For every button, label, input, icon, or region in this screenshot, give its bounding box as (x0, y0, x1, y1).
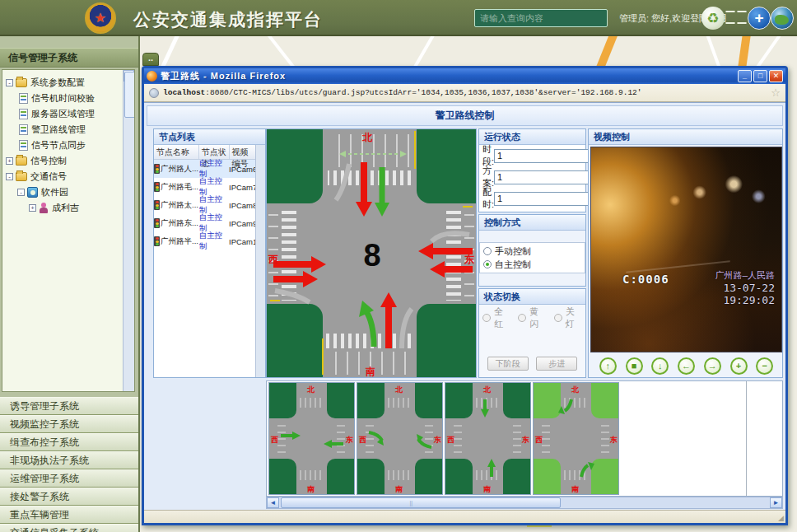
all-red-option[interactable]: 全红 (482, 311, 510, 324)
collapse-icon[interactable]: - (17, 189, 25, 196)
node-status-link[interactable]: 自主控制 (199, 231, 229, 252)
camera-id-overlay: C:0006 (622, 273, 669, 286)
camera-meta-overlay: 广州路—人民路 13-07-22 19:29:02 (715, 269, 775, 306)
tree-item-guard-route[interactable]: 警卫路线管理 (6, 122, 131, 138)
maximize-button[interactable]: □ (753, 70, 767, 82)
run-status-panel: 运行状态 时段: 方案: 配时: (478, 128, 586, 212)
col-video-id[interactable]: 视频编号 (230, 145, 256, 159)
ptz-right-button[interactable]: → (704, 357, 721, 375)
radio-icon[interactable] (482, 314, 491, 322)
police-badge-icon: ★ (85, 2, 116, 34)
page-icon (19, 93, 28, 104)
table-row[interactable]: 广州路太... 自主控制 IPCam8 (154, 196, 255, 214)
label-south: 南 (365, 366, 375, 377)
minimize-button[interactable]: _ (738, 70, 752, 82)
phase-thumb-ns-left[interactable]: 北 西 东 南 (533, 382, 619, 495)
sidebar-item-video-monitor[interactable]: 视频监控子系统 (0, 415, 138, 433)
expand-icon[interactable]: + (6, 157, 13, 165)
table-row[interactable]: 广州路东... 自主控制 IPCam9 (154, 214, 255, 232)
node-list-panel: 节点列表 节点名称 节点状态 视频编号 广州路人... 自主控制 IPCam6 … (153, 128, 266, 378)
horizontal-scrollbar[interactable]: ◄ ► (266, 497, 783, 509)
tree-scrollbar[interactable]: ▲ (123, 70, 134, 391)
collapse-icon[interactable]: - (6, 173, 13, 180)
sidebar-item-ops-management[interactable]: 运维管理子系统 (0, 469, 138, 488)
collapse-panel-tab[interactable]: .. (142, 53, 159, 66)
ptz-zoom-in-button[interactable]: + (730, 357, 748, 375)
tree-item-label: 服务器区域管理 (31, 108, 95, 120)
ptz-up-button[interactable]: ↑ (599, 357, 617, 375)
sidebar-item-traffic-collection[interactable]: 交通信息采集子系统 (0, 524, 138, 532)
ptz-down-button[interactable]: ↓ (651, 357, 669, 375)
apps-grid-cell (725, 11, 735, 12)
resize-grip[interactable]: ◢ (778, 514, 784, 522)
table-row[interactable]: 广州路毛... 自主控制 IPCam7 (154, 178, 255, 196)
phase-thumb-ew-straight[interactable]: 北 西 东 南 (268, 382, 355, 495)
collapse-icon[interactable]: - (6, 79, 13, 86)
tree-item-time-calibration[interactable]: 信号机时间校验 (6, 91, 131, 106)
node-name: 广州路毛... (161, 182, 198, 193)
expand-icon[interactable]: + (29, 204, 36, 212)
globe-icon[interactable] (771, 7, 794, 30)
refresh-icon[interactable]: ♻ (701, 7, 725, 30)
phase-thumb-ns-straight[interactable]: 北 西 东 南 (445, 382, 531, 495)
col-node-status[interactable]: 节点状态 (199, 145, 229, 159)
scrollbar-thumb[interactable] (124, 72, 135, 118)
tree-item-server-area[interactable]: 服务器区域管理 (6, 106, 131, 122)
control-mode-options: 手动控制 自主控制 (479, 242, 585, 273)
node-table-scrollbar[interactable] (255, 145, 265, 377)
sidebar-item-offsite-enforcement[interactable]: 非现场执法子系统 (0, 451, 138, 469)
apps-grid-cell (725, 22, 735, 24)
radio-icon[interactable] (518, 314, 526, 322)
apps-grid-icon[interactable] (725, 7, 748, 30)
person-icon (39, 203, 49, 213)
tree-item-signal-control[interactable]: + 信号控制 (6, 153, 131, 169)
tree-item-system-params[interactable]: - 系统参数配置 (6, 75, 131, 91)
radio-icon[interactable] (483, 247, 492, 255)
step-button[interactable]: 步进 (536, 357, 577, 371)
col-node-name[interactable]: 节点名称 (154, 145, 199, 159)
window-titlebar[interactable]: 警卫路线 - Mozilla Firefox _ □ ✕ (144, 68, 785, 84)
sidebar-item-alarm-handling[interactable]: 接处警子系统 (0, 488, 138, 506)
page-icon (19, 140, 28, 151)
page-content: 警卫路线控制 节点列表 节点名称 节点状态 视频编号 广州路人... 自主控制 … (144, 102, 785, 523)
camera-feed: C:0006 广州路—人民路 13-07-22 19:29:02 (590, 147, 782, 352)
yellow-flash-option[interactable]: 黄闪 (518, 311, 546, 324)
page-icon (19, 109, 28, 119)
ptz-left-button[interactable]: ← (678, 357, 695, 375)
node-name: 广州路半... (161, 236, 198, 247)
camera-location: 广州路—人民路 (715, 269, 775, 282)
scroll-left-icon[interactable]: ◄ (267, 497, 279, 508)
sidebar-item-key-vehicles[interactable]: 重点车辆管理 (0, 506, 138, 524)
controls-column: 运行状态 时段: 方案: 配时: 控制方式 (478, 128, 586, 378)
sidebar-item-investigation[interactable]: 缉查布控子系统 (0, 433, 138, 451)
ptz-zoom-out-button[interactable]: − (756, 357, 773, 375)
table-row[interactable]: 广州路半... 自主控制 IPCam10 (154, 232, 255, 250)
phase-thumb-ew-left[interactable]: 北 西 东 南 (357, 382, 443, 495)
state-switch-title: 状态切换 (479, 289, 585, 305)
scrollbar-track[interactable] (279, 497, 770, 508)
radio-icon[interactable] (554, 314, 562, 322)
manual-control-option[interactable]: 手动控制 (483, 245, 581, 258)
tree-item-traffic-signal[interactable]: - 交通信号 (6, 169, 131, 184)
tree-item-node-sync[interactable]: 信号节点同步 (6, 138, 131, 153)
close-button[interactable]: ✕ (769, 70, 783, 82)
thumb-label-west: 西 (270, 436, 278, 444)
tree-item-label: 信号节点同步 (31, 139, 86, 152)
next-stage-button[interactable]: 下阶段 (487, 357, 529, 371)
ptz-stop-button[interactable]: ■ (626, 357, 643, 375)
tree-item-label: 软件园 (41, 186, 68, 198)
scrollbar-thumb[interactable] (281, 497, 561, 508)
add-button[interactable]: + (748, 7, 771, 30)
scroll-right-icon[interactable]: ► (770, 497, 782, 508)
sidebar-header-signal-subsystem[interactable]: 信号管理子系统 (0, 48, 138, 68)
auto-control-option[interactable]: 自主控制 (483, 258, 581, 271)
tree-item-software-park[interactable]: - 软件园 (6, 184, 131, 200)
bookmark-star-icon[interactable]: ☆ (771, 86, 781, 99)
ptz-controls: ↑ ■ ↓ ← → + − (590, 355, 782, 377)
sidebar-item-guidance[interactable]: 诱导管理子系统 (0, 397, 138, 415)
tree-item-chengliji[interactable]: + 成利吉 (6, 200, 131, 216)
search-input[interactable] (474, 9, 608, 27)
radio-icon[interactable] (483, 260, 492, 268)
lights-off-option[interactable]: 关灯 (554, 311, 582, 324)
url-text[interactable]: localhost:8080/CTC-MICS/libs/utcs/guard.… (163, 88, 767, 97)
